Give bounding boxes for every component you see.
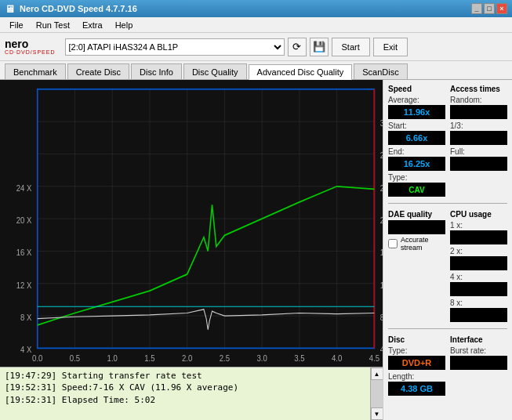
type-value: CAV <box>388 183 445 197</box>
average-label: Average: <box>388 96 445 104</box>
exit-button[interactable]: Exit <box>373 38 408 56</box>
refresh-icon[interactable]: ⟳ <box>288 38 307 56</box>
menu-extra[interactable]: Extra <box>76 19 109 31</box>
menu-help[interactable]: Help <box>109 19 140 31</box>
app-title: Nero CD-DVD Speed 4.7.7.16 <box>20 4 137 13</box>
access-times-panel: Access times Random: 1/3: Full: <box>450 85 507 197</box>
type-label: Type: <box>388 173 445 182</box>
svg-text:1.5: 1.5 <box>144 353 155 363</box>
right-panel: Speed Average: 11.96x Start: 6.66x End: … <box>383 80 512 420</box>
log-content: [19:47:29] Starting transfer rate test [… <box>0 368 370 420</box>
scroll-up-button[interactable]: ▲ <box>371 368 383 380</box>
chart-svg: 4 X 8 X 12 X 16 X 20 X 24 X 4 8 12 16 20… <box>0 80 383 367</box>
interface-title: Interface <box>450 335 507 344</box>
start-button[interactable]: Start <box>332 38 370 56</box>
start-label: Start: <box>388 121 445 130</box>
tab-disc-quality[interactable]: Disc Quality <box>183 63 247 79</box>
divider-2 <box>388 328 507 329</box>
disc-length-label: Length: <box>388 372 445 381</box>
svg-text:0.5: 0.5 <box>70 353 81 363</box>
cpu-8x-value <box>450 308 507 322</box>
tab-create-disc[interactable]: Create Disc <box>67 63 129 79</box>
speed-title: Speed <box>388 85 445 93</box>
start-value: 6.66x <box>388 131 445 145</box>
divider-1 <box>388 203 507 204</box>
tab-advanced-disc-quality[interactable]: Advanced Disc Quality <box>249 64 353 80</box>
disc-length-value: 4.38 GB <box>388 382 445 396</box>
svg-text:1.0: 1.0 <box>107 353 118 363</box>
random-value <box>450 105 507 119</box>
tab-scan-disc[interactable]: ScanDisc <box>354 63 407 79</box>
full-label: Full: <box>450 147 507 156</box>
svg-text:16: 16 <box>380 248 383 258</box>
accurate-stream-row: Accurate stream <box>388 236 445 252</box>
cpu-usage-title: CPU usage <box>450 210 507 219</box>
chart-area: 4 X 8 X 12 X 16 X 20 X 24 X 4 8 12 16 20… <box>0 80 383 420</box>
disc-title: Disc <box>388 335 445 344</box>
log-scrollbar[interactable]: ▲ ▼ <box>370 368 383 420</box>
svg-text:3.0: 3.0 <box>257 353 268 363</box>
disc-type-label: Type: <box>388 346 445 355</box>
drive-select[interactable]: [2:0] ATAPI iHAS324 A BL1P <box>65 38 285 56</box>
end-value: 16.25x <box>388 157 445 171</box>
save-icon[interactable]: 💾 <box>310 38 329 56</box>
svg-text:4.5: 4.5 <box>369 353 380 363</box>
log-area: [19:47:29] Starting transfer rate test [… <box>0 367 383 420</box>
svg-text:4: 4 <box>380 346 383 355</box>
maximize-button[interactable]: □ <box>484 3 495 14</box>
svg-text:3.5: 3.5 <box>294 353 305 363</box>
access-times-title: Access times <box>450 85 507 93</box>
cpu-4x-value <box>450 282 507 296</box>
svg-text:32: 32 <box>380 119 383 129</box>
scroll-track <box>371 380 383 407</box>
accurate-stream-label: Accurate stream <box>401 236 445 252</box>
chart-container: 4 X 8 X 12 X 16 X 20 X 24 X 4 8 12 16 20… <box>0 80 383 367</box>
tab-disc-info[interactable]: Disc Info <box>131 63 182 79</box>
full-value <box>450 157 507 171</box>
dae-title: DAE quality <box>388 210 445 219</box>
cpu-2x-label: 2 x: <box>450 247 507 255</box>
svg-text:2.0: 2.0 <box>182 353 193 363</box>
svg-text:2.5: 2.5 <box>220 353 231 363</box>
svg-text:4 X: 4 X <box>20 346 32 355</box>
toolbar: nero CD·DVD/SPEED [2:0] ATAPI iHAS324 A … <box>0 33 512 61</box>
close-button[interactable]: × <box>496 3 507 14</box>
cpu-2x-value <box>450 256 507 270</box>
log-line-2: [19:52:31] Speed:7-16 X CAV (11.96 X ave… <box>5 382 365 393</box>
one-third-label: 1/3: <box>450 121 507 130</box>
svg-text:8: 8 <box>380 313 383 323</box>
cpu-1x-label: 1 x: <box>450 221 507 230</box>
one-third-value <box>450 131 507 145</box>
disc-panel: Disc Type: DVD+R Length: 4.38 GB <box>388 335 445 396</box>
svg-text:20 X: 20 X <box>16 216 32 226</box>
nero-logo: nero CD·DVD/SPEED <box>5 38 56 55</box>
svg-text:20: 20 <box>380 216 383 226</box>
tab-benchmark[interactable]: Benchmark <box>5 63 66 79</box>
scroll-down-button[interactable]: ▼ <box>371 407 383 420</box>
main-content: 4 X 8 X 12 X 16 X 20 X 24 X 4 8 12 16 20… <box>0 80 512 420</box>
menu-file[interactable]: File <box>3 19 30 31</box>
minimize-button[interactable]: _ <box>471 3 482 14</box>
svg-text:16 X: 16 X <box>16 248 32 258</box>
dae-panel: DAE quality Accurate stream <box>388 210 445 322</box>
title-bar: 🖥 Nero CD-DVD Speed 4.7.7.16 _ □ × <box>0 0 512 17</box>
accurate-stream-checkbox[interactable] <box>388 239 398 248</box>
speed-panel: Speed Average: 11.96x Start: 6.66x End: … <box>388 85 445 197</box>
svg-text:12: 12 <box>380 281 383 290</box>
tab-bar: Benchmark Create Disc Disc Info Disc Qua… <box>0 61 512 80</box>
random-label: Random: <box>450 96 507 104</box>
log-line-3: [19:52:31] Elapsed Time: 5:02 <box>5 394 365 406</box>
svg-text:24: 24 <box>380 183 383 193</box>
log-line-1: [19:47:29] Starting transfer rate test <box>5 370 365 382</box>
cpu-1x-value <box>450 230 507 244</box>
svg-text:28: 28 <box>380 151 383 161</box>
disc-type-value: DVD+R <box>388 356 445 370</box>
svg-rect-0 <box>0 80 383 367</box>
dae-value <box>388 220 445 234</box>
burst-rate-value <box>450 356 507 370</box>
menu-run-test[interactable]: Run Test <box>30 19 76 31</box>
cpu-4x-label: 4 x: <box>450 273 507 281</box>
svg-text:4.0: 4.0 <box>332 353 343 363</box>
cpu-8x-label: 8 x: <box>450 299 507 307</box>
cpu-usage-panel: CPU usage 1 x: 2 x: 4 x: 8 x: <box>450 210 507 322</box>
